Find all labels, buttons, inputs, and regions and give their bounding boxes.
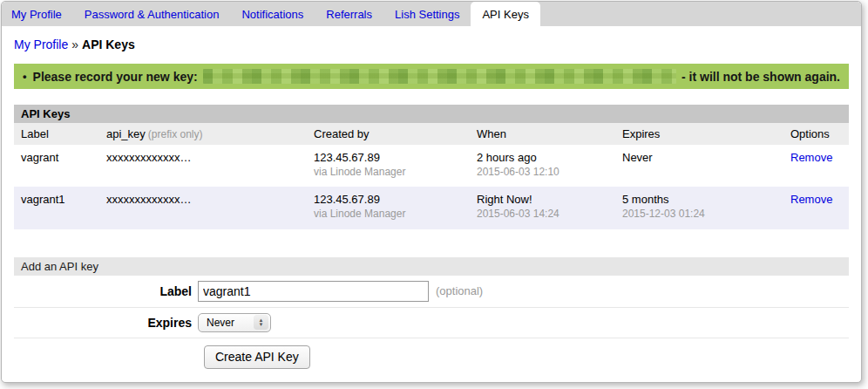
- col-header-when: When: [470, 123, 615, 145]
- add-api-key-section-title: Add an API key: [14, 257, 849, 276]
- alert-bullet-icon: •: [23, 70, 27, 83]
- redacted-key-blur: [203, 69, 676, 84]
- cell-created-via: via Linode Manager: [314, 208, 463, 222]
- cell-created-by: 123.45.67.89via Linode Manager: [307, 145, 470, 187]
- alert-prefix-text: Please record your new key:: [33, 70, 198, 84]
- submit-row: Create API Key: [14, 338, 849, 369]
- create-api-key-button[interactable]: Create API Key: [204, 345, 310, 369]
- remove-key-link[interactable]: Remove: [790, 193, 832, 206]
- col-header-api-key-note: (prefix only): [148, 128, 203, 140]
- col-header-api-key: api_key(prefix only): [99, 123, 307, 145]
- cell-expires: 5 months2015-12-03 01:24: [615, 187, 783, 229]
- label-optional-note: (optional): [436, 284, 483, 297]
- tab-referrals[interactable]: Referrals: [315, 2, 383, 26]
- cell-when: Right Now!2015-06-03 14:24: [470, 187, 615, 229]
- table-row: vagrant1 xxxxxxxxxxxxx… 123.45.67.89via …: [14, 187, 849, 229]
- tab-api-keys[interactable]: API Keys: [471, 2, 539, 26]
- cell-expires-date: 2015-12-03 01:24: [622, 208, 776, 222]
- tab-my-profile[interactable]: My Profile: [2, 2, 73, 26]
- cell-when-date: 2015-06-03 12:10: [477, 166, 608, 180]
- tab-lish-settings[interactable]: Lish Settings: [383, 2, 471, 26]
- label-field-caption: Label: [14, 284, 198, 298]
- tab-password-authentication[interactable]: Password & Authentication: [73, 2, 231, 26]
- label-input[interactable]: [198, 281, 429, 302]
- cell-created-via: via Linode Manager: [314, 166, 463, 180]
- expires-field-row: Expires Never ▲▼: [14, 308, 849, 338]
- col-header-options: Options: [783, 123, 849, 145]
- breadcrumb-my-profile-link[interactable]: My Profile: [14, 38, 68, 51]
- remove-key-link[interactable]: Remove: [790, 151, 832, 164]
- col-header-created-by: Created by: [307, 123, 470, 145]
- breadcrumb-separator: »: [71, 38, 78, 51]
- cell-api-key: xxxxxxxxxxxxx…: [99, 187, 307, 229]
- select-stepper-icon: ▲▼: [254, 315, 268, 330]
- cell-expires: Never: [615, 145, 783, 187]
- breadcrumb: My Profile»API Keys: [2, 26, 861, 55]
- table-title: API Keys: [14, 105, 849, 123]
- cell-options: Remove: [783, 145, 849, 187]
- api-keys-table: API Keys Label api_key(prefix only) Crea…: [14, 105, 849, 229]
- page-title: API Keys: [82, 38, 135, 51]
- col-header-expires: Expires: [615, 123, 783, 145]
- cell-api-key: xxxxxxxxxxxxx…: [99, 145, 307, 187]
- expires-select-value: Never: [207, 317, 234, 329]
- add-api-key-form: Label (optional) Expires Never ▲▼ Create…: [14, 276, 849, 369]
- tab-notifications[interactable]: Notifications: [230, 2, 315, 26]
- table-row: vagrant xxxxxxxxxxxxx… 123.45.67.89via L…: [14, 145, 849, 187]
- new-key-alert: • Please record your new key: - it will …: [14, 64, 849, 89]
- label-field-row: Label (optional): [14, 276, 849, 308]
- alert-suffix-text: - it will not be shown again.: [682, 70, 840, 84]
- cell-options: Remove: [783, 187, 849, 229]
- profile-tabbar: My Profile Password & Authentication Not…: [2, 2, 861, 26]
- expires-field-caption: Expires: [14, 316, 198, 330]
- table-header-row: Label api_key(prefix only) Created by Wh…: [14, 123, 849, 145]
- cell-when: 2 hours ago2015-06-03 12:10: [470, 145, 615, 187]
- expires-select[interactable]: Never ▲▼: [198, 313, 271, 332]
- cell-when-date: 2015-06-03 14:24: [477, 208, 608, 222]
- cell-label: vagrant1: [14, 187, 99, 229]
- cell-created-by: 123.45.67.89via Linode Manager: [307, 187, 470, 229]
- col-header-label: Label: [14, 123, 99, 145]
- profile-window: My Profile Password & Authentication Not…: [1, 1, 862, 383]
- cell-label: vagrant: [14, 145, 99, 187]
